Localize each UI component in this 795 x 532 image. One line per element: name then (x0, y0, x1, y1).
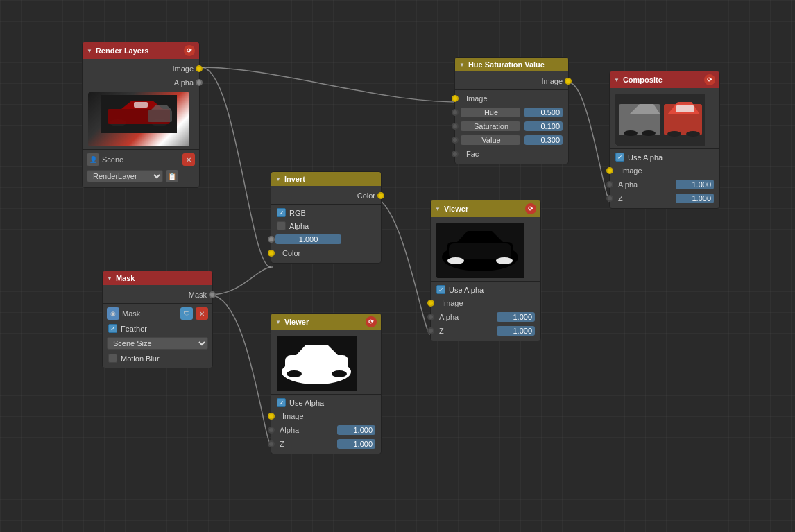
use-alpha-checkbox-comp[interactable]: ✓ (615, 153, 624, 162)
viewer2-title: Viewer (284, 318, 309, 326)
viewer2-car-svg (277, 336, 357, 391)
hsv-image-output-socket[interactable] (565, 78, 572, 85)
alpha-checkbox[interactable] (277, 221, 286, 230)
mask-title: Mask (116, 274, 135, 282)
viewer1-body: ✓ Use Alpha Image Alpha Z (431, 217, 540, 341)
svg-rect-24 (449, 243, 511, 259)
collapse-triangle[interactable]: ▼ (459, 62, 465, 68)
svg-rect-5 (134, 102, 148, 108)
svg-point-29 (287, 370, 302, 377)
render-layer-select[interactable]: RenderLayer (87, 170, 163, 182)
collapse-triangle[interactable]: ▼ (275, 176, 281, 182)
divider-7 (271, 394, 381, 395)
invert-color-output-socket[interactable] (377, 192, 384, 199)
use-alpha-checkbox-v1[interactable]: ✓ (436, 285, 445, 294)
svg-point-15 (686, 131, 700, 137)
fac-input[interactable] (275, 234, 341, 244)
rgb-checkbox[interactable]: ✓ (277, 208, 286, 217)
val-value[interactable] (524, 135, 563, 145)
composite-title: Composite (623, 76, 662, 84)
use-alpha-checkbox-v2[interactable]: ✓ (277, 398, 286, 407)
v2-image-socket[interactable] (268, 413, 275, 420)
render-layer-row: RenderLayer 📋 (83, 168, 199, 185)
fac-socket-hsv[interactable] (452, 151, 459, 157)
comp-z-row: Z (610, 191, 719, 205)
alpha-row: Alpha (271, 219, 381, 232)
v1-image-socket[interactable] (427, 300, 434, 307)
collapse-triangle[interactable]: ▼ (87, 48, 92, 54)
color-input-socket[interactable] (268, 250, 275, 257)
mask-header: ▼ Mask (103, 271, 212, 285)
collapse-triangle[interactable]: ▼ (275, 319, 281, 325)
color-input-label: Color (277, 249, 300, 257)
mask-protect-btn[interactable]: 🛡 (180, 307, 193, 320)
v1-z-value[interactable] (497, 326, 535, 336)
v1-image-row: Image (431, 296, 540, 310)
collapse-triangle[interactable]: ▼ (435, 206, 441, 212)
comp-alpha-label: Alpha (615, 180, 673, 189)
v2-z-row: Z (271, 437, 381, 451)
render-layers-node: ▼ Render Layers ⟳ Image Alpha (82, 42, 200, 188)
comp-z-socket[interactable] (606, 195, 613, 202)
scene-close-btn[interactable]: ✕ (182, 153, 195, 166)
collapse-triangle[interactable]: ▼ (107, 275, 112, 282)
hsv-image-input-label: Image (461, 94, 488, 103)
render-layers-title: Render Layers (96, 46, 148, 55)
hsv-title: Hue Saturation Value (468, 60, 545, 69)
v2-z-label: Z (277, 440, 334, 448)
v2-alpha-value[interactable] (337, 425, 375, 435)
mask-output-socket[interactable] (209, 291, 216, 298)
car-preview-image (88, 92, 189, 146)
val-row: Value (455, 133, 568, 147)
render-layer-btn[interactable]: 📋 (166, 170, 178, 182)
color-input-row: Color (271, 246, 381, 260)
v2-alpha-label: Alpha (277, 426, 334, 434)
rgb-row: ✓ RGB (271, 206, 381, 219)
image-output-socket[interactable] (196, 65, 203, 72)
mask-icon[interactable]: ◉ (107, 307, 119, 320)
invert-color-output-row: Color (271, 189, 381, 203)
car-svg (101, 95, 177, 133)
svg-point-17 (642, 130, 656, 136)
feather-checkbox[interactable]: ✓ (108, 324, 117, 333)
motion-blur-label: Motion Blur (121, 354, 160, 363)
v2-z-value[interactable] (337, 439, 375, 449)
composite-body: ✓ Use Alpha Image Alpha Z (610, 88, 719, 208)
alpha-output-socket[interactable] (196, 79, 203, 86)
comp-z-value[interactable] (676, 194, 714, 203)
scene-size-select[interactable]: Scene Size (107, 337, 208, 350)
hsv-header: ▼ Hue Saturation Value (455, 58, 568, 71)
motion-blur-checkbox[interactable] (108, 354, 117, 363)
divider-4 (455, 89, 568, 90)
comp-alpha-value[interactable] (676, 180, 714, 189)
v1-alpha-value[interactable] (497, 312, 535, 322)
mask-close-btn[interactable]: ✕ (196, 307, 208, 320)
hsv-image-input-socket[interactable] (452, 95, 459, 102)
svg-point-30 (332, 370, 347, 377)
composite-icon: ⟳ (704, 74, 715, 85)
comp-image-socket[interactable] (606, 167, 613, 174)
use-alpha-row-comp: ✓ Use Alpha (610, 151, 719, 164)
comp-alpha-socket[interactable] (606, 181, 613, 188)
mask-output-row: Mask (103, 288, 212, 302)
v1-alpha-socket[interactable] (427, 314, 434, 320)
fac-row-hsv: Fac (455, 147, 568, 161)
render-layers-icon: ⟳ (184, 45, 195, 56)
val-socket[interactable] (452, 137, 459, 144)
scene-icon[interactable]: 👤 (87, 153, 99, 166)
hue-socket[interactable] (452, 109, 459, 116)
viewer1-header: ▼ Viewer ⟳ (431, 200, 540, 217)
hsv-image-input-row: Image (455, 92, 568, 105)
hue-value[interactable] (524, 108, 563, 117)
viewer2-preview-image (277, 336, 357, 391)
v1-z-socket[interactable] (427, 327, 434, 334)
v2-alpha-socket[interactable] (268, 427, 275, 434)
sat-socket[interactable] (452, 123, 459, 130)
collapse-triangle[interactable]: ▼ (614, 77, 619, 83)
sat-value[interactable] (524, 121, 563, 131)
fac-input-socket[interactable] (268, 236, 275, 243)
v2-z-socket[interactable] (268, 440, 275, 447)
v1-z-row: Z (431, 324, 540, 338)
comp-alpha-row: Alpha (610, 178, 719, 191)
svg-rect-13 (676, 105, 694, 112)
